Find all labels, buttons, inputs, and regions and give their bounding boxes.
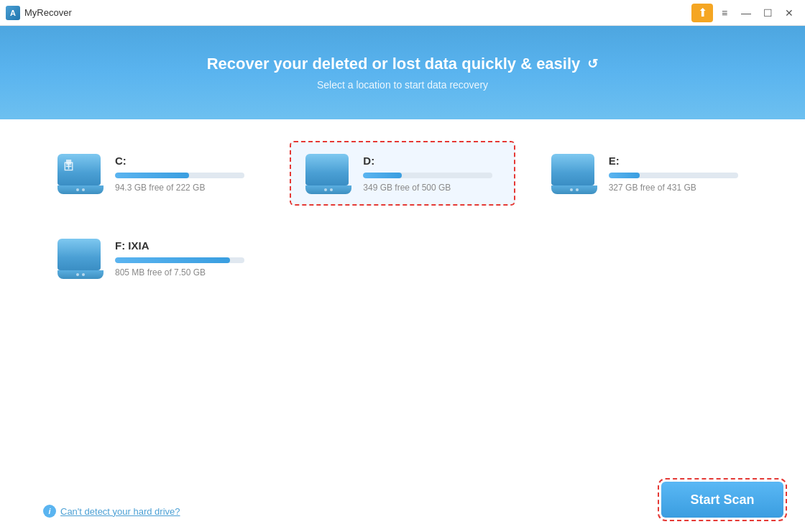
drive-e-size: 327 GB free of 431 GB	[609, 183, 748, 193]
drive-f-icon-wrap	[58, 239, 104, 278]
drive-f-dot1	[76, 273, 79, 276]
titlebar-controls: ⬆ ≡ — ☐ ✕	[691, 3, 799, 23]
close-button[interactable]: ✕	[779, 3, 799, 23]
titlebar: A MyRecover ⬆ ≡ — ☐ ✕	[0, 0, 805, 26]
drive-f-bar-bg	[115, 257, 244, 263]
drive-c-icon-body	[58, 154, 101, 185]
drive-e-dot1	[570, 188, 573, 191]
drive-d-info: D: 349 GB free of 500 GB	[363, 155, 499, 193]
app-icon: A	[6, 6, 20, 20]
header: Recover your deleted or lost data quickl…	[0, 26, 805, 119]
upgrade-button[interactable]: ⬆	[691, 4, 713, 22]
drive-f-bar-fill	[115, 257, 230, 263]
drive-d-bar-fill	[363, 173, 402, 178]
drives-row-2: F: IXIA 805 MB free of 7.50 GB	[43, 227, 762, 289]
drive-c[interactable]: C: 94.3 GB free of 222 GB	[43, 141, 268, 206]
drive-c-dot2	[82, 188, 85, 191]
drive-f-size: 805 MB free of 7.50 GB	[115, 267, 259, 278]
drive-e-icon-body	[551, 154, 594, 185]
drives-row-1: C: 94.3 GB free of 222 GB	[43, 141, 762, 206]
header-title: Recover your deleted or lost data quickl…	[207, 55, 581, 73]
content-area: C: 94.3 GB free of 222 GB	[0, 119, 805, 532]
drive-d-icon-body	[305, 154, 349, 185]
titlebar-left: A MyRecover	[6, 6, 72, 20]
drive-d-label: D:	[363, 155, 499, 167]
drive-e-label: E:	[609, 155, 748, 167]
drive-f-icon-body	[58, 239, 101, 270]
drive-c-icon-base	[58, 185, 104, 194]
drive-e-bar-fill	[609, 173, 640, 178]
header-subtitle: Select a location to start data recovery	[317, 79, 488, 91]
header-title-wrap: Recover your deleted or lost data quickl…	[207, 55, 599, 73]
drive-f[interactable]: F: IXIA 805 MB free of 7.50 GB	[43, 227, 273, 289]
info-icon: i	[43, 505, 56, 518]
cant-detect-link[interactable]: Can't detect your hard drive?	[60, 506, 180, 517]
maximize-button[interactable]: ☐	[758, 3, 778, 23]
drive-e-info: E: 327 GB free of 431 GB	[609, 155, 748, 193]
drive-e-icon-base	[551, 185, 597, 194]
drive-e-icon-wrap	[551, 154, 597, 193]
drive-d-icon-base	[305, 185, 351, 194]
refresh-icon[interactable]: ↺	[587, 56, 598, 72]
drive-f-dot2	[82, 273, 85, 276]
drive-f-label: F: IXIA	[115, 239, 259, 252]
drives-grid: C: 94.3 GB free of 222 GB	[43, 141, 762, 289]
start-scan-button[interactable]: Start Scan	[661, 482, 783, 518]
minimize-button[interactable]: —	[736, 3, 756, 23]
drive-d-dot1	[324, 188, 327, 191]
drive-c-info: C: 94.3 GB free of 222 GB	[115, 155, 254, 193]
drive-e-dot2	[576, 188, 579, 191]
menu-button[interactable]: ≡	[714, 3, 735, 23]
drive-c-icon-wrap	[58, 154, 104, 193]
drive-c-size: 94.3 GB free of 222 GB	[115, 183, 254, 193]
drive-d[interactable]: D: 349 GB free of 500 GB	[290, 141, 515, 206]
drive-c-label: C:	[115, 155, 254, 167]
drive-c-bar-bg	[115, 173, 244, 178]
drive-f-icon-base	[58, 270, 104, 279]
drive-c-dot1	[76, 188, 79, 191]
drive-d-dot2	[330, 188, 333, 191]
start-scan-wrap: Start Scan	[661, 482, 783, 518]
app-name: MyRecover	[24, 7, 72, 18]
drive-f-info: F: IXIA 805 MB free of 7.50 GB	[115, 239, 259, 278]
drive-c-bar-fill	[115, 173, 189, 178]
main-wrapper: Recover your deleted or lost data quickl…	[0, 26, 805, 532]
drive-d-icon-wrap	[305, 154, 351, 193]
bottom-area: i Can't detect your hard drive?	[43, 505, 180, 518]
drive-e-bar-bg	[609, 173, 738, 178]
drive-d-bar-bg	[363, 173, 492, 178]
drive-e[interactable]: E: 327 GB free of 431 GB	[537, 141, 762, 206]
drive-d-size: 349 GB free of 500 GB	[363, 183, 499, 193]
